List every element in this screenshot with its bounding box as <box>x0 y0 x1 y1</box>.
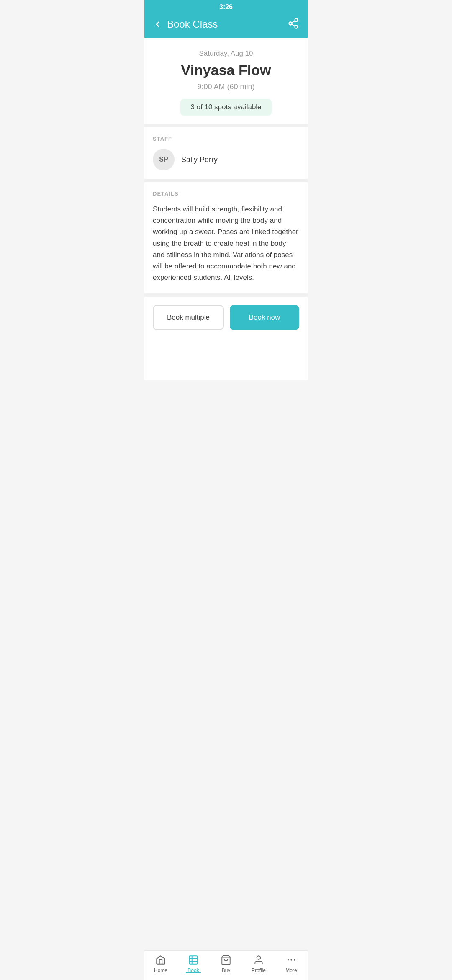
staff-section-label: STAFF <box>153 136 299 142</box>
details-description: Students will build strength, flexibilit… <box>153 204 299 283</box>
action-buttons: Book multiple Book now <box>144 297 308 338</box>
svg-point-1 <box>289 22 292 25</box>
class-info-section: Saturday, Aug 10 Vinyasa Flow 9:00 AM (6… <box>144 38 308 127</box>
status-bar: 3:26 <box>144 0 308 13</box>
svg-point-2 <box>295 26 298 28</box>
book-now-button[interactable]: Book now <box>230 305 299 330</box>
staff-avatar: SP <box>153 149 175 170</box>
header-title: Book Class <box>167 18 218 30</box>
book-multiple-button[interactable]: Book multiple <box>153 305 224 330</box>
staff-section: STAFF SP Sally Perry <box>144 127 308 182</box>
class-date: Saturday, Aug 10 <box>153 49 299 58</box>
svg-point-0 <box>295 18 298 21</box>
class-time: 9:00 AM (60 min) <box>153 83 299 91</box>
svg-line-3 <box>292 24 295 26</box>
details-section-label: DETAILS <box>153 191 299 197</box>
back-button[interactable]: Book Class <box>153 18 218 30</box>
main-content: Saturday, Aug 10 Vinyasa Flow 9:00 AM (6… <box>144 38 308 380</box>
share-icon <box>288 18 299 29</box>
status-time: 3:26 <box>219 3 233 10</box>
share-button[interactable] <box>288 18 299 31</box>
staff-name: Sally Perry <box>181 155 218 164</box>
details-section: DETAILS Students will build strength, fl… <box>144 182 308 297</box>
class-name: Vinyasa Flow <box>153 62 299 78</box>
back-icon <box>153 19 163 29</box>
header: Book Class <box>144 13 308 38</box>
svg-line-4 <box>292 21 295 23</box>
staff-row: SP Sally Perry <box>153 149 299 175</box>
spots-available-badge: 3 of 10 spots available <box>180 99 271 116</box>
